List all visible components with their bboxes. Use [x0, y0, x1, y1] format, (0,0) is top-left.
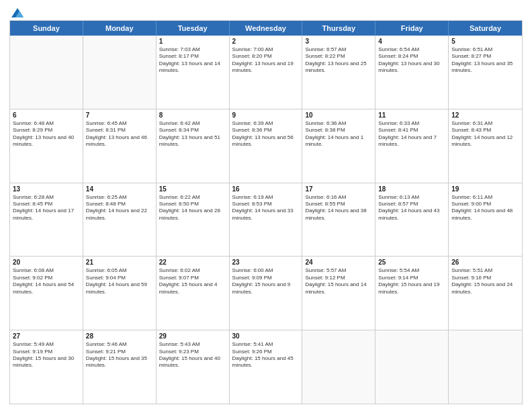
day-info: Sunrise: 6:02 AM Sunset: 9:07 PM Dayligh… [159, 267, 226, 295]
calendar: SundayMondayTuesdayWednesdayThursdayFrid… [9, 20, 523, 404]
day-info: Sunrise: 6:16 AM Sunset: 8:55 PM Dayligh… [305, 194, 372, 222]
day-number: 25 [378, 259, 445, 266]
day-info: Sunrise: 6:05 AM Sunset: 9:04 PM Dayligh… [86, 267, 153, 295]
day-cell-17: 17Sunrise: 6:16 AM Sunset: 8:55 PM Dayli… [302, 183, 375, 257]
day-cell-21: 21Sunrise: 6:05 AM Sunset: 9:04 PM Dayli… [83, 257, 157, 330]
day-header-tuesday: Tuesday [157, 21, 230, 36]
day-header-saturday: Saturday [449, 21, 522, 36]
day-number: 5 [451, 38, 519, 45]
day-number: 29 [159, 332, 226, 340]
day-info: Sunrise: 6:45 AM Sunset: 8:31 PM Dayligh… [86, 120, 153, 148]
week-row-2: 6Sunrise: 6:48 AM Sunset: 8:29 PM Daylig… [10, 109, 522, 183]
day-header-monday: Monday [83, 21, 157, 36]
week-row-3: 13Sunrise: 6:28 AM Sunset: 8:45 PM Dayli… [10, 183, 522, 257]
day-number: 27 [13, 332, 80, 340]
day-info: Sunrise: 6:42 AM Sunset: 8:34 PM Dayligh… [159, 120, 226, 148]
day-info: Sunrise: 5:46 AM Sunset: 9:21 PM Dayligh… [86, 341, 153, 369]
day-info: Sunrise: 6:08 AM Sunset: 9:02 PM Dayligh… [13, 267, 80, 295]
calendar-body: 1Sunrise: 7:03 AM Sunset: 8:17 PM Daylig… [10, 36, 522, 404]
day-cell-18: 18Sunrise: 6:13 AM Sunset: 8:57 PM Dayli… [375, 183, 449, 257]
day-number: 14 [86, 185, 153, 193]
day-cell-15: 15Sunrise: 6:22 AM Sunset: 8:50 PM Dayli… [157, 183, 230, 257]
day-number: 4 [378, 38, 445, 45]
day-number: 18 [378, 185, 445, 193]
day-info: Sunrise: 6:28 AM Sunset: 8:45 PM Dayligh… [13, 194, 80, 222]
day-number: 1 [159, 38, 226, 45]
week-row-4: 20Sunrise: 6:08 AM Sunset: 9:02 PM Dayli… [10, 257, 522, 330]
day-info: Sunrise: 6:13 AM Sunset: 8:57 PM Dayligh… [378, 194, 445, 222]
day-info: Sunrise: 6:22 AM Sunset: 8:50 PM Dayligh… [159, 194, 226, 222]
day-info: Sunrise: 5:41 AM Sunset: 9:26 PM Dayligh… [232, 341, 300, 369]
day-info: Sunrise: 6:57 AM Sunset: 8:22 PM Dayligh… [305, 46, 372, 75]
day-cell-2: 2Sunrise: 7:00 AM Sunset: 8:20 PM Daylig… [230, 36, 303, 109]
day-info: Sunrise: 6:54 AM Sunset: 8:24 PM Dayligh… [378, 46, 445, 75]
day-cell-16: 16Sunrise: 6:19 AM Sunset: 8:53 PM Dayli… [230, 183, 303, 257]
day-header-friday: Friday [375, 21, 449, 36]
day-cell-13: 13Sunrise: 6:28 AM Sunset: 8:45 PM Dayli… [10, 183, 83, 257]
day-cell-1: 1Sunrise: 7:03 AM Sunset: 8:17 PM Daylig… [157, 36, 230, 109]
day-number: 21 [86, 259, 153, 266]
day-cell-10: 10Sunrise: 6:36 AM Sunset: 8:38 PM Dayli… [302, 109, 375, 183]
day-cell-23: 23Sunrise: 6:00 AM Sunset: 9:09 PM Dayli… [230, 257, 303, 330]
day-number: 30 [232, 332, 300, 340]
day-cell-6: 6Sunrise: 6:48 AM Sunset: 8:29 PM Daylig… [10, 109, 83, 183]
day-number: 15 [159, 185, 226, 193]
day-number: 6 [13, 111, 80, 119]
day-number: 19 [451, 185, 519, 193]
day-number: 2 [232, 38, 300, 45]
day-info: Sunrise: 7:00 AM Sunset: 8:20 PM Dayligh… [232, 46, 300, 75]
empty-cell [375, 330, 449, 404]
day-number: 11 [378, 111, 445, 119]
day-info: Sunrise: 5:43 AM Sunset: 9:23 PM Dayligh… [159, 341, 226, 369]
day-cell-27: 27Sunrise: 5:49 AM Sunset: 9:19 PM Dayli… [10, 330, 83, 404]
day-cell-12: 12Sunrise: 6:31 AM Sunset: 8:43 PM Dayli… [449, 109, 522, 183]
day-info: Sunrise: 6:39 AM Sunset: 8:36 PM Dayligh… [232, 120, 300, 148]
day-header-wednesday: Wednesday [230, 21, 303, 36]
day-number: 10 [305, 111, 372, 119]
day-cell-19: 19Sunrise: 6:11 AM Sunset: 9:00 PM Dayli… [449, 183, 522, 257]
week-row-1: 1Sunrise: 7:03 AM Sunset: 8:17 PM Daylig… [10, 36, 522, 109]
day-info: Sunrise: 6:51 AM Sunset: 8:27 PM Dayligh… [451, 46, 519, 75]
day-number: 23 [232, 259, 300, 266]
day-number: 7 [86, 111, 153, 119]
day-info: Sunrise: 6:00 AM Sunset: 9:09 PM Dayligh… [232, 267, 300, 295]
day-number: 8 [159, 111, 226, 119]
header [9, 7, 523, 16]
day-cell-7: 7Sunrise: 6:45 AM Sunset: 8:31 PM Daylig… [83, 109, 157, 183]
day-number: 16 [232, 185, 300, 193]
day-info: Sunrise: 6:31 AM Sunset: 8:43 PM Dayligh… [451, 120, 519, 148]
day-cell-3: 3Sunrise: 6:57 AM Sunset: 8:22 PM Daylig… [302, 36, 375, 109]
page: SundayMondayTuesdayWednesdayThursdayFrid… [0, 0, 532, 411]
day-cell-26: 26Sunrise: 5:51 AM Sunset: 9:16 PM Dayli… [449, 257, 522, 330]
day-cell-30: 30Sunrise: 5:41 AM Sunset: 9:26 PM Dayli… [230, 330, 303, 404]
day-number: 3 [305, 38, 372, 45]
calendar-header: SundayMondayTuesdayWednesdayThursdayFrid… [10, 21, 522, 36]
day-info: Sunrise: 5:51 AM Sunset: 9:16 PM Dayligh… [451, 267, 519, 295]
day-info: Sunrise: 6:11 AM Sunset: 9:00 PM Dayligh… [451, 194, 519, 222]
day-cell-29: 29Sunrise: 5:43 AM Sunset: 9:23 PM Dayli… [157, 330, 230, 404]
day-number: 24 [305, 259, 372, 266]
day-number: 17 [305, 185, 372, 193]
day-cell-8: 8Sunrise: 6:42 AM Sunset: 8:34 PM Daylig… [157, 109, 230, 183]
logo [9, 7, 26, 16]
day-cell-25: 25Sunrise: 5:54 AM Sunset: 9:14 PM Dayli… [375, 257, 449, 330]
empty-cell [302, 330, 375, 404]
day-info: Sunrise: 6:25 AM Sunset: 8:48 PM Dayligh… [86, 194, 153, 222]
day-cell-4: 4Sunrise: 6:54 AM Sunset: 8:24 PM Daylig… [375, 36, 449, 109]
day-info: Sunrise: 6:36 AM Sunset: 8:38 PM Dayligh… [305, 120, 372, 148]
day-info: Sunrise: 5:49 AM Sunset: 9:19 PM Dayligh… [13, 341, 80, 369]
empty-cell [449, 330, 522, 404]
day-info: Sunrise: 6:48 AM Sunset: 8:29 PM Dayligh… [13, 120, 80, 148]
day-info: Sunrise: 5:54 AM Sunset: 9:14 PM Dayligh… [378, 267, 445, 295]
day-header-thursday: Thursday [302, 21, 375, 36]
day-number: 26 [451, 259, 519, 266]
day-cell-11: 11Sunrise: 6:33 AM Sunset: 8:41 PM Dayli… [375, 109, 449, 183]
day-info: Sunrise: 7:03 AM Sunset: 8:17 PM Dayligh… [159, 46, 226, 75]
empty-cell [10, 36, 83, 109]
day-number: 22 [159, 259, 226, 266]
week-row-5: 27Sunrise: 5:49 AM Sunset: 9:19 PM Dayli… [10, 330, 522, 404]
day-cell-28: 28Sunrise: 5:46 AM Sunset: 9:21 PM Dayli… [83, 330, 157, 404]
day-number: 28 [86, 332, 153, 340]
day-cell-14: 14Sunrise: 6:25 AM Sunset: 8:48 PM Dayli… [83, 183, 157, 257]
day-cell-24: 24Sunrise: 5:57 AM Sunset: 9:12 PM Dayli… [302, 257, 375, 330]
